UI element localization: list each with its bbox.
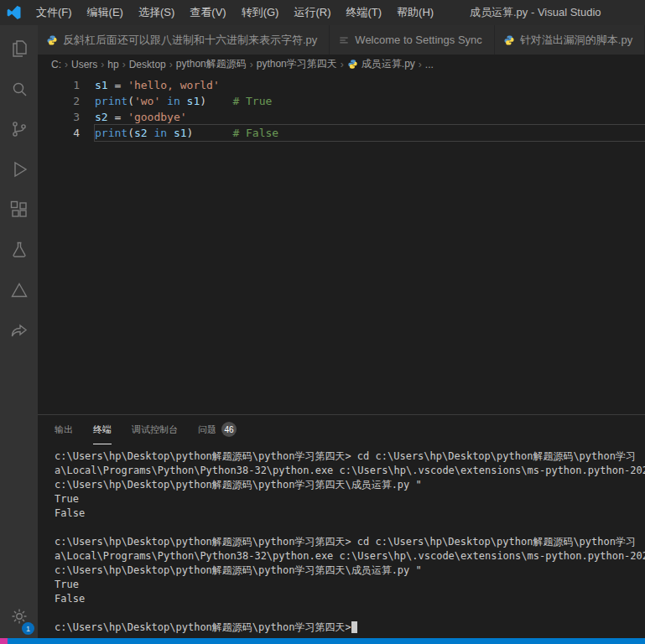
code-line[interactable]: 3s2 = 'goodbye' <box>38 109 645 125</box>
tab-bar: 反斜杠后面还可以跟八进制和十六进制来表示字符.pyWelcome to Sett… <box>38 25 645 55</box>
search-icon[interactable] <box>0 69 38 109</box>
breadcrumb-separator: › <box>169 59 173 70</box>
panel-tab-label: 终端 <box>93 423 112 436</box>
vscode-window: 文件(F)编辑(E)选择(S)查看(V)转到(G)运行(R)终端(T)帮助(H)… <box>0 0 645 644</box>
editor-tab[interactable]: 针对溢出漏洞的脚本.py <box>495 25 645 55</box>
breadcrumb-item[interactable]: Desktop <box>129 59 166 70</box>
line-number: 3 <box>38 109 80 125</box>
editor-tab[interactable]: Welcome to Settings Sync <box>330 25 495 55</box>
breadcrumb-separator: › <box>122 59 126 70</box>
activity-bar-items <box>0 29 38 351</box>
settings-gear-icon[interactable]: 1 <box>0 596 38 636</box>
breadcrumb-separator: › <box>419 59 422 70</box>
line-number: 4 <box>38 125 80 141</box>
triangle-icon[interactable] <box>0 270 38 310</box>
code-content: print('wo' in s1) # True <box>95 93 645 109</box>
breadcrumb-separator: › <box>341 59 344 70</box>
panel-tab[interactable]: 终端 <box>93 415 112 444</box>
menu-item[interactable]: 编辑(E) <box>80 0 131 25</box>
breadcrumb: C:›Users›hp›Desktop›python解题源码›python学习第… <box>38 55 645 74</box>
title-bar: 文件(F)编辑(E)选择(S)查看(V)转到(G)运行(R)终端(T)帮助(H)… <box>0 0 645 25</box>
tab-label: 反斜杠后面还可以跟八进制和十六进制来表示字符.py <box>63 33 317 48</box>
menu-item[interactable]: 转到(G) <box>234 0 287 25</box>
code-content: print(s2 in s1) # False <box>95 125 645 141</box>
menu-item[interactable]: 终端(T) <box>338 0 389 25</box>
code-content: s2 = 'goodbye' <box>95 109 645 125</box>
panel-tab-label: 调试控制台 <box>132 423 178 436</box>
terminal-line: a\Local\Programs\Python\Python38-32\pyth… <box>55 464 645 478</box>
line-number: 2 <box>38 93 80 109</box>
terminal-line <box>55 606 645 621</box>
activity-bar: 1 <box>0 25 38 638</box>
bottom-panel: 输出终端调试控制台问题46 c:\Users\hp\Desktop\python… <box>38 414 645 638</box>
panel-tab-label: 输出 <box>55 423 73 436</box>
breadcrumb-separator: › <box>101 59 104 70</box>
panel-tab[interactable]: 问题46 <box>198 415 237 444</box>
menu-item[interactable]: 文件(F) <box>29 0 80 25</box>
terminal-line: True <box>55 492 645 506</box>
breadcrumb-item[interactable]: 成员运算.py <box>362 57 415 71</box>
python-icon <box>347 59 358 70</box>
list-icon <box>338 34 350 46</box>
testing-icon[interactable] <box>0 230 38 270</box>
breadcrumb-item[interactable]: hp <box>107 59 118 70</box>
terminal-line: False <box>55 592 645 606</box>
line-number: 1 <box>38 77 80 93</box>
panel-tab[interactable]: 输出 <box>55 415 73 444</box>
main-area: 1 反斜杠后面还可以跟八进制和十六进制来表示字符.pyWelcome to Se… <box>0 25 645 638</box>
explorer-icon[interactable] <box>0 29 38 69</box>
share-icon[interactable] <box>0 310 38 351</box>
terminal-output[interactable]: c:\Users\hp\Desktop\python解题源码\python学习第… <box>38 444 645 638</box>
code-content: s1 = 'hello, world' <box>95 77 645 93</box>
menu-item[interactable]: 选择(S) <box>131 0 182 25</box>
breadcrumb-item[interactable]: python解题源码 <box>176 57 247 71</box>
terminal-line <box>55 521 645 535</box>
settings-badge: 1 <box>22 622 34 635</box>
window-title: 成员运算.py - Visual Studio <box>470 0 601 25</box>
terminal-prompt-line[interactable]: c:\Users\hp\Desktop\python解题源码\python学习第… <box>55 621 645 635</box>
code-line[interactable]: 4print(s2 in s1) # False <box>38 125 645 141</box>
terminal-line: c:\Users\hp\Desktop\python解题源码\python学习第… <box>55 535 645 549</box>
tab-label: Welcome to Settings Sync <box>355 34 482 46</box>
breadcrumb-item[interactable]: python学习第四天 <box>257 57 337 71</box>
breadcrumb-item[interactable]: ... <box>425 59 434 70</box>
panel-tabs: 输出终端调试控制台问题46 <box>38 415 645 444</box>
code-line[interactable]: 2print('wo' in s1) # True <box>38 93 645 109</box>
problems-badge: 46 <box>221 422 237 437</box>
source-control-icon[interactable] <box>0 109 38 149</box>
panel-tab-label: 问题 <box>198 423 216 436</box>
breadcrumb-separator: › <box>65 59 68 70</box>
terminal-line: c:\Users\hp\Desktop\python解题源码\python学习第… <box>55 449 645 464</box>
vscode-logo-icon <box>0 0 29 25</box>
terminal-cursor <box>351 621 357 633</box>
code-line[interactable]: 1s1 = 'hello, world' <box>38 77 645 93</box>
breadcrumb-separator: › <box>250 59 253 70</box>
breadcrumb-item[interactable]: C: <box>51 59 61 70</box>
breadcrumb-item[interactable]: Users <box>71 59 97 70</box>
panel-tab[interactable]: 调试控制台 <box>132 415 178 444</box>
terminal-line: False <box>55 506 645 521</box>
menu-item[interactable]: 查看(V) <box>182 0 233 25</box>
python-icon <box>46 34 58 46</box>
terminal-line: c:\Users\hp\Desktop\python解题源码\python学习第… <box>55 478 645 492</box>
terminal-prompt: c:\Users\hp\Desktop\python解题源码\python学习第… <box>55 621 351 633</box>
menu-item[interactable]: 运行(R) <box>286 0 338 25</box>
editor-tab[interactable]: 反斜杠后面还可以跟八进制和十六进制来表示字符.py <box>38 25 330 55</box>
code-area[interactable]: 1s1 = 'hello, world'2print('wo' in s1) #… <box>38 74 645 414</box>
terminal-line: a\Local\Programs\Python\Python38-32\pyth… <box>55 549 645 564</box>
menu-item[interactable]: 帮助(H) <box>389 0 441 25</box>
editor-column: 反斜杠后面还可以跟八进制和十六进制来表示字符.pyWelcome to Sett… <box>38 25 645 638</box>
terminal-line: c:\Users\hp\Desktop\python解题源码\python学习第… <box>55 564 645 578</box>
status-accent <box>0 638 8 644</box>
terminal-line: True <box>55 578 645 592</box>
run-debug-icon[interactable] <box>0 149 38 190</box>
tab-label: 针对溢出漏洞的脚本.py <box>520 33 632 48</box>
python-icon <box>503 34 515 46</box>
extensions-icon[interactable] <box>0 190 38 230</box>
menu-bar: 文件(F)编辑(E)选择(S)查看(V)转到(G)运行(R)终端(T)帮助(H) <box>29 0 441 25</box>
status-bar[interactable] <box>0 638 645 644</box>
